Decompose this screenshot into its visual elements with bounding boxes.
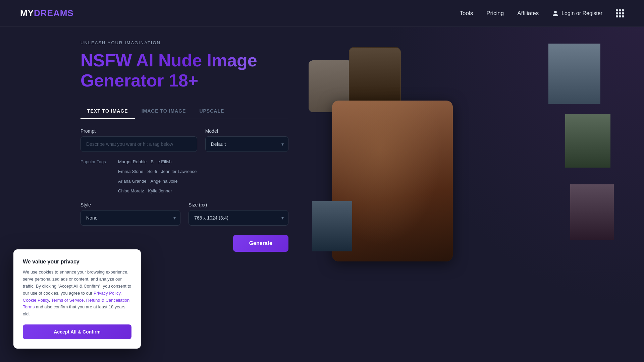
tab-bar: TEXT TO IMAGE IMAGE TO IMAGE UPSCALE (80, 104, 288, 119)
hero-subtitle: UNLEASH YOUR IMAGINATION (80, 40, 288, 45)
tag-emma-stone[interactable]: Emma Stone (118, 168, 143, 175)
size-select[interactable]: 512 x 512 (1:1) 768 x 1024 (3:4) 1024 x … (189, 210, 288, 226)
tag-billie-eilish[interactable]: Billie Eilish (151, 159, 171, 165)
nav-pricing[interactable]: Pricing (486, 10, 504, 17)
hero-title: NSFW AI Nude Image Generator 18+ (80, 51, 288, 91)
tab-text-to-image[interactable]: TEXT TO IMAGE (80, 104, 135, 119)
tag-margot-robbie[interactable]: Margot Robbie (118, 159, 147, 165)
prompt-model-row: Prompt Model Default Realistic Anime Art… (80, 128, 288, 152)
main-nav: Tools Pricing Affiliates Login or Regist… (460, 9, 624, 17)
style-size-row: Style None Photorealistic Anime Oil Pain… (80, 202, 288, 226)
collage-image-br (570, 184, 614, 240)
tag-sci-fi[interactable]: Sci-fi (147, 168, 157, 175)
model-select[interactable]: Default Realistic Anime Artistic (205, 136, 288, 152)
collage-image-bl (312, 201, 352, 251)
image-collage (309, 40, 617, 342)
terms-link[interactable]: Terms of Service (51, 298, 84, 303)
model-select-wrapper: Default Realistic Anime Artistic ▾ (205, 136, 288, 152)
cookie-banner: We value your privacy We use cookies to … (13, 249, 141, 349)
login-label: Login or Register (561, 10, 602, 16)
generate-button[interactable]: Generate (233, 235, 288, 252)
tags-row-4: Chloe Moretz Kylie Jenner (80, 188, 288, 194)
tags-row-2: Emma Stone Sci-fi Jennifer Lawrence (80, 168, 288, 175)
popular-tags-section: Popular Tags Margot Robbie Billie Eilish… (80, 159, 288, 194)
cookie-title: We value your privacy (23, 259, 131, 265)
style-label: Style (80, 202, 180, 207)
tags-label: Popular Tags (80, 159, 114, 164)
size-select-wrapper: 512 x 512 (1:1) 768 x 1024 (3:4) 1024 x … (189, 210, 288, 226)
tag-ariana-grande[interactable]: Ariana Grande (118, 178, 147, 184)
cookie-policy-link[interactable]: Cookie Policy (23, 298, 49, 303)
tab-upscale[interactable]: UPSCALE (193, 104, 231, 119)
logo[interactable]: MYDREAMS (20, 8, 74, 18)
collage-image-tr1 (548, 44, 600, 104)
tag-jennifer-lawrence[interactable]: Jennifer Lawrence (161, 168, 197, 175)
model-label: Model (205, 128, 288, 134)
cookie-text: We use cookies to enhance your browsing … (23, 269, 131, 318)
nav-affiliates[interactable]: Affiliates (517, 10, 539, 17)
cookie-accept-button[interactable]: Accept All & Confirm (23, 324, 131, 339)
collage-image-mr (565, 114, 610, 168)
model-group: Model Default Realistic Anime Artistic ▾ (205, 128, 288, 152)
tags-row-1: Popular Tags Margot Robbie Billie Eilish (80, 159, 288, 165)
privacy-policy-link[interactable]: Privacy Policy (94, 291, 120, 296)
size-label: Size (px) (189, 202, 288, 207)
logo-my: MY (20, 8, 34, 18)
style-select-wrapper: None Photorealistic Anime Oil Painting W… (80, 210, 180, 226)
tag-angelina-jolie[interactable]: Angelina Jolie (151, 178, 178, 184)
nav-tools[interactable]: Tools (460, 10, 473, 17)
tags-row-3: Ariana Grande Angelina Jolie (80, 178, 288, 184)
tab-image-to-image[interactable]: IMAGE TO IMAGE (135, 104, 193, 119)
tag-chloe-moretz[interactable]: Chloe Moretz (118, 188, 144, 194)
user-icon (552, 10, 559, 17)
prompt-label: Prompt (80, 128, 197, 134)
tag-kylie-jenner[interactable]: Kylie Jenner (148, 188, 172, 194)
prompt-input[interactable] (80, 136, 197, 152)
apps-menu-icon[interactable] (616, 9, 624, 17)
style-select[interactable]: None Photorealistic Anime Oil Painting W… (80, 210, 180, 226)
login-button[interactable]: Login or Register (552, 10, 602, 17)
logo-dreams: DREAMS (34, 8, 74, 18)
size-group: Size (px) 512 x 512 (1:1) 768 x 1024 (3:… (189, 202, 288, 226)
prompt-group: Prompt (80, 128, 197, 152)
style-group: Style None Photorealistic Anime Oil Pain… (80, 202, 180, 226)
collage-image-top-center (349, 47, 401, 109)
